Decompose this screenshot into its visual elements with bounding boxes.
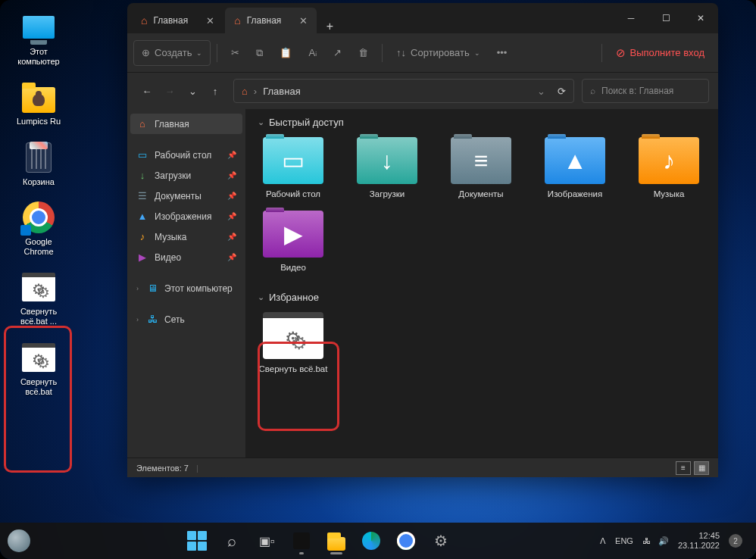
task-view-button[interactable]: ▣▫	[251, 526, 282, 556]
sort-icon: ↑↓	[396, 47, 406, 58]
taskbar-chrome[interactable]	[391, 526, 421, 556]
search-icon: ⌕	[590, 86, 595, 96]
taskbar-edge[interactable]	[356, 526, 386, 556]
sidebar-item-desktop[interactable]: ▭Рабочий стол📌	[130, 145, 242, 165]
taskbar: ⌕ ▣▫ ⚙ ᐱ ENG 🖧 🔊 12:45 23.11.2022 2	[0, 523, 756, 559]
taskbar-app-dark[interactable]	[286, 526, 317, 556]
rename-button[interactable]: Aᵢ	[301, 40, 324, 66]
delete-button[interactable]: 🗑	[351, 40, 376, 66]
search-input[interactable]: ⌕ Поиск в: Главная	[582, 79, 709, 103]
create-button[interactable]: ⊕ Создать ⌄	[133, 40, 211, 66]
section-favorites[interactable]: Избранное	[258, 292, 706, 303]
pin-icon[interactable]: 📌	[227, 233, 236, 241]
quick-item-music[interactable]: ♪Музыка	[633, 137, 704, 200]
chrome-icon	[22, 201, 55, 234]
desktop-icon-recycle-bin[interactable]: Корзина	[9, 138, 68, 190]
desktop-icon-bat-shortcut[interactable]: Свернуть всё.bat ...	[9, 267, 68, 329]
notification-badge[interactable]: 2	[729, 534, 742, 548]
tab-home-2[interactable]: ⌂ Главная ✕	[225, 8, 317, 33]
share-button[interactable]: ↗	[326, 40, 349, 66]
pin-icon[interactable]: 📌	[227, 171, 236, 180]
desktop-icon-chrome[interactable]: Google Chrome	[9, 198, 68, 260]
up-button[interactable]: ↑	[205, 79, 226, 103]
more-icon: •••	[497, 47, 508, 58]
folder-icon	[22, 80, 55, 114]
desktop-icon-this-pc[interactable]: Этот компьютер	[9, 8, 68, 70]
back-button[interactable]: ←	[136, 79, 158, 103]
forward-button[interactable]: →	[159, 79, 180, 103]
chevron-right-icon[interactable]: ›	[136, 285, 139, 292]
bat-file-icon	[22, 341, 55, 374]
home-icon: ⌂	[242, 86, 248, 97]
close-button[interactable]: ✕	[683, 3, 718, 33]
edge-icon	[362, 532, 380, 550]
download-icon: ↓	[136, 170, 148, 181]
tab-home-1[interactable]: ⌂ Главная ✕	[132, 8, 223, 33]
sidebar-item-this-pc[interactable]: ›🖥Этот компьютер	[130, 278, 242, 298]
view-details-button[interactable]: ≡	[676, 461, 691, 475]
refresh-button[interactable]: ⟳	[558, 86, 566, 97]
language-indicator[interactable]: ENG	[615, 536, 633, 545]
sidebar-item-music[interactable]: ♪Музыка📌	[130, 226, 242, 247]
pc-icon: 🖥	[146, 283, 158, 294]
folder-videos-icon: ▶	[263, 211, 323, 258]
taskbar-explorer[interactable]	[321, 526, 351, 556]
start-button[interactable]	[182, 526, 212, 556]
recent-button[interactable]: ⌄	[182, 79, 203, 103]
pin-icon[interactable]: 📌	[227, 192, 236, 200]
desktop-icon-lumpics[interactable]: Lumpics Ru	[9, 77, 68, 130]
copy-button[interactable]: ⧉	[248, 40, 270, 66]
search-icon: ⌕	[227, 532, 236, 550]
app-icon	[293, 532, 310, 549]
rename-icon: Aᵢ	[308, 47, 317, 58]
pin-icon[interactable]: 📌	[227, 212, 236, 220]
folder-downloads-icon: ↓	[357, 137, 417, 184]
folder-documents-icon: ≡	[451, 137, 511, 184]
address-bar[interactable]: ⌂ › Главная ⌄ ⟳	[233, 79, 574, 103]
pin-icon[interactable]: 📌	[227, 253, 236, 261]
sidebar-item-videos[interactable]: ▶Видео📌	[130, 247, 242, 267]
item-count: Элементов: 7	[136, 464, 189, 473]
folder-music-icon: ♪	[639, 137, 699, 184]
widgets-button[interactable]	[4, 526, 34, 556]
clock[interactable]: 12:45 23.11.2022	[678, 531, 720, 551]
login-prompt[interactable]: Выполните вход	[608, 46, 712, 60]
taskbar-settings[interactable]: ⚙	[426, 526, 456, 556]
paste-icon: 📋	[280, 47, 292, 58]
volume-icon: 🔊	[658, 536, 669, 546]
content-area: Быстрый доступ ▭Рабочий стол ↓Загрузки ≡…	[245, 109, 718, 458]
tray-chevron[interactable]: ᐱ	[600, 536, 606, 546]
close-tab-icon[interactable]: ✕	[206, 15, 214, 27]
search-button[interactable]: ⌕	[217, 526, 247, 556]
quick-item-desktop[interactable]: ▭Рабочий стол	[258, 137, 329, 200]
quick-item-pictures[interactable]: ▲Изображения	[539, 137, 611, 200]
more-button[interactable]: •••	[489, 40, 515, 66]
sidebar-item-pictures[interactable]: ▲Изображения📌	[130, 206, 242, 226]
quick-item-documents[interactable]: ≡Документы	[445, 137, 517, 200]
desktop-icon: ▭	[136, 149, 148, 161]
new-tab-button[interactable]: +	[318, 20, 341, 33]
sidebar-item-downloads[interactable]: ↓Загрузки📌	[130, 165, 242, 186]
sidebar-item-home[interactable]: ⌂ Главная	[130, 114, 242, 134]
section-quick-access[interactable]: Быстрый доступ	[258, 117, 706, 128]
chevron-right-icon[interactable]: ›	[136, 316, 139, 323]
cut-button[interactable]: ✂	[223, 40, 247, 66]
system-tray[interactable]: 🖧 🔊	[642, 536, 669, 546]
chevron-down-icon: ⌄	[196, 49, 202, 57]
sort-button[interactable]: ↑↓ Сортировать ⌄	[389, 40, 488, 66]
status-bar: Элементов: 7 | ≡ ▦	[127, 458, 718, 477]
music-icon: ♪	[136, 231, 148, 242]
paste-button[interactable]: 📋	[272, 40, 299, 66]
quick-item-videos[interactable]: ▶Видео	[258, 211, 329, 273]
minimize-button[interactable]: ─	[614, 3, 648, 33]
pin-icon[interactable]: 📌	[227, 151, 236, 159]
quick-item-downloads[interactable]: ↓Загрузки	[351, 137, 423, 200]
titlebar[interactable]: ⌂ Главная ✕ ⌂ Главная ✕ + ─ ☐ ✕	[127, 3, 718, 33]
fav-item-bat[interactable]: Свернуть всё.bat	[258, 312, 329, 375]
view-thumbnails-button[interactable]: ▦	[694, 461, 709, 475]
close-tab-icon[interactable]: ✕	[299, 15, 308, 27]
sidebar-item-network[interactable]: ›🖧Сеть	[130, 309, 242, 329]
sidebar-item-documents[interactable]: ☰Документы📌	[130, 186, 242, 206]
desktop-icon-bat-file[interactable]: Свернуть всё.bat	[9, 338, 68, 400]
maximize-button[interactable]: ☐	[648, 3, 683, 33]
